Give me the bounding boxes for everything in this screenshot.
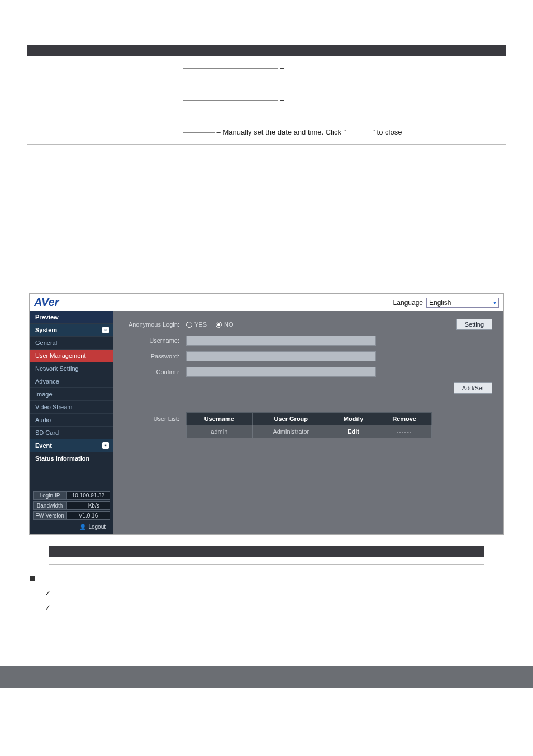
sidebar: Preview System ▫ General User Management… (30, 311, 113, 534)
password-label: Password: (125, 353, 186, 360)
status-login-ip-value: 10.100.91.32 (66, 491, 110, 500)
language-select[interactable]: English ▾ (426, 298, 499, 308)
app-window: AVer Language English ▾ Preview System ▫ (29, 293, 504, 535)
col-remove: Remove (377, 413, 432, 425)
sidebar-item-general[interactable]: General (30, 337, 113, 350)
anonymous-yes-radio[interactable]: YES (186, 321, 207, 328)
sidebar-event-label: Event (35, 442, 52, 449)
radio-on-icon (216, 322, 222, 328)
sidebar-item-preview[interactable]: Preview (30, 311, 113, 324)
logo-ver: Ver (41, 296, 59, 308)
col-username: Username (187, 413, 253, 425)
sidebar-system-label: System (35, 327, 57, 333)
cell-username: admin (187, 425, 253, 438)
footer-bar (0, 666, 533, 688)
collapse-icon: ▫ (102, 327, 109, 333)
username-label: Username: (125, 337, 186, 344)
user-list-table: Username User Group Modify Remove admin … (186, 412, 432, 438)
upper-text-block: – – – Manually set the date and time. Cl… (27, 61, 506, 138)
section-divider-bar (49, 546, 484, 557)
sidebar-item-sd-card[interactable]: SD Card (30, 427, 113, 439)
edit-button[interactable]: Edit (330, 425, 377, 438)
manual-set-text-suffix: " to close (372, 128, 402, 136)
confirm-label: Confirm: (125, 369, 186, 375)
language-label: Language (393, 299, 423, 307)
col-modify: Modify (330, 413, 377, 425)
dash-sep-1: – (278, 64, 284, 72)
radio-off-icon (186, 322, 192, 328)
setting-button[interactable]: Setting (456, 319, 492, 330)
status-login-ip-label: Login IP (33, 491, 66, 500)
status-panel: Login IP 10.100.91.32 Bandwidth ----- Kb… (30, 489, 113, 534)
logo: AVer (34, 296, 59, 309)
main-panel: Anonymous Login: YES NO Setting Username (113, 311, 503, 534)
no-label: NO (224, 321, 234, 328)
status-bandwidth-value: ----- Kb/s (66, 501, 110, 510)
confirm-input[interactable] (186, 367, 376, 377)
sidebar-item-system[interactable]: System ▫ (30, 324, 113, 337)
square-bullet-icon (30, 576, 35, 581)
logout-button[interactable]: 👤Logout (33, 521, 110, 532)
logo-a: A (34, 296, 41, 308)
cell-usergroup: Administrator (252, 425, 330, 438)
status-fw-label: FW Version (33, 511, 66, 520)
logout-label: Logout (88, 524, 106, 530)
sidebar-item-advance[interactable]: Advance (30, 375, 113, 388)
language-value: English (429, 299, 451, 307)
yes-label: YES (194, 321, 207, 328)
status-bandwidth-label: Bandwidth (33, 501, 66, 510)
dash-sep-2: – (278, 95, 284, 104)
bottom-bullet-list: ✓ ✓ (30, 572, 506, 615)
anonymous-login-label: Anonymous Login: (125, 321, 186, 328)
status-fw-value: V1.0.16 (66, 511, 110, 520)
password-input[interactable] (186, 351, 376, 361)
add-set-button[interactable]: Add/Set (454, 382, 492, 394)
sidebar-item-video-stream[interactable]: Video Stream (30, 401, 113, 414)
check-icon: ✓ (45, 604, 51, 612)
manual-set-text: – Manually set the date and time. Click … (215, 128, 346, 136)
table-row: admin Administrator Edit ------ (187, 425, 432, 438)
col-usergroup: User Group (252, 413, 330, 425)
user-list-label: User List: (125, 412, 186, 438)
section-header-bar (27, 45, 506, 56)
sidebar-item-event[interactable]: Event ▪ (30, 439, 113, 452)
anonymous-no-radio[interactable]: NO (216, 321, 234, 328)
sidebar-item-user-management[interactable]: User Management (30, 350, 113, 362)
expand-icon: ▪ (102, 442, 109, 449)
username-input[interactable] (186, 336, 376, 346)
app-header: AVer Language English ▾ (30, 294, 503, 311)
mid-dash: – (212, 261, 216, 269)
sidebar-item-network[interactable]: Network Setting (30, 362, 113, 375)
cell-remove: ------ (377, 425, 432, 438)
chevron-down-icon: ▾ (493, 299, 496, 305)
sidebar-item-audio[interactable]: Audio (30, 414, 113, 427)
logout-icon: 👤 (79, 524, 86, 530)
sidebar-item-image[interactable]: Image (30, 388, 113, 401)
check-icon: ✓ (45, 589, 51, 597)
sidebar-item-status-info[interactable]: Status Information (30, 452, 113, 465)
